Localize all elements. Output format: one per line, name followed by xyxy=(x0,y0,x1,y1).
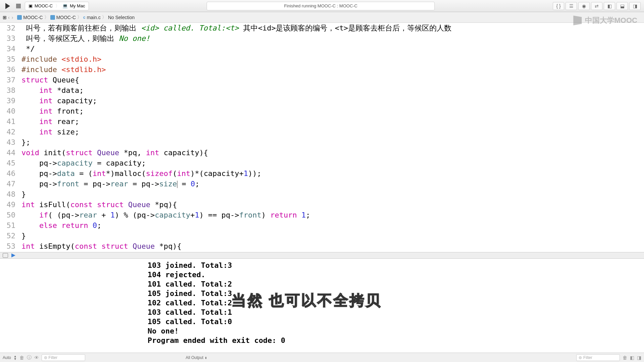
nav-back-icon[interactable]: ‹ xyxy=(8,15,10,20)
left-pane-icon[interactable]: ◧ xyxy=(630,355,634,360)
left-panel-icon[interactable]: ◧ xyxy=(604,2,615,10)
filter-icon: ⊜ xyxy=(44,355,47,360)
scheme-target-label: My Mac xyxy=(70,3,85,8)
breadcrumb-group[interactable]: MOOC-C xyxy=(50,15,76,20)
bottom-bar: Auto ▲▼ 🗑 ⓘ 👁 ⊜ Filter All Output ⬍ ⊜ Fi… xyxy=(0,353,644,362)
scheme-selector[interactable]: ▣ MOOC-C 〉 💻 My Mac xyxy=(25,2,89,10)
library-icon[interactable]: ☰ xyxy=(566,2,577,10)
output-mode-selector[interactable]: All Output ⬍ xyxy=(186,355,207,360)
device-icon: 💻 xyxy=(62,3,68,8)
jump-bar: ⊞ ‹ › MOOC-C 〉 MOOC-C 〉 c main.c 〉 No Se… xyxy=(0,12,644,23)
breakpoints-toggle-icon[interactable] xyxy=(3,253,8,258)
breadcrumb-chevron-icon: 〉 xyxy=(44,14,49,20)
console-text: 103 joined. Total:3104 rejected.101 call… xyxy=(148,261,644,345)
variables-filter[interactable]: ⊜ Filter xyxy=(42,354,85,361)
breadcrumb-label: No Selection xyxy=(108,15,135,20)
breadcrumb-chevron-icon: 〉 xyxy=(77,14,82,20)
filter-icon: ⊜ xyxy=(579,355,582,360)
related-items-icon[interactable]: ⊞ xyxy=(3,15,7,20)
mooc-watermark: 中国大学MOOC xyxy=(574,15,637,25)
stepper-icon: ⬍ xyxy=(205,356,207,360)
scheme-project-label: MOOC-C xyxy=(35,3,53,8)
filter-placeholder: Filter xyxy=(49,355,58,360)
debug-bar xyxy=(0,252,644,259)
auto-label[interactable]: Auto xyxy=(3,355,11,360)
right-pane-icon[interactable]: ◨ xyxy=(637,355,641,360)
bottom-panel-icon[interactable]: ⬓ xyxy=(616,2,628,10)
filter-placeholder: Filter xyxy=(583,355,592,360)
trash-icon[interactable]: 🗑 xyxy=(19,355,24,360)
right-panel-icon[interactable]: ◨ xyxy=(629,2,641,10)
breadcrumb-label: main.c xyxy=(87,15,101,20)
continue-icon[interactable] xyxy=(11,253,15,257)
breadcrumb-label: MOOC-C xyxy=(56,15,76,20)
console-output[interactable]: 103 joined. Total:3104 rejected.101 call… xyxy=(0,259,644,353)
breadcrumb-label: MOOC-C xyxy=(23,15,43,20)
main-toolbar: ▣ MOOC-C 〉 💻 My Mac Finished running MOO… xyxy=(0,0,644,12)
watermark-text: 中国大学MOOC xyxy=(585,15,637,25)
output-mode-label: All Output xyxy=(186,355,204,360)
status-text: Finished running MOOC-C : MOOC-C xyxy=(284,3,358,8)
code-snippets-icon[interactable]: { } xyxy=(553,2,564,10)
breadcrumb-file[interactable]: c main.c xyxy=(83,15,101,20)
c-file-icon: c xyxy=(83,15,86,20)
run-button[interactable] xyxy=(5,3,10,9)
mooc-logo-icon xyxy=(573,15,582,25)
nav-forward-icon[interactable]: › xyxy=(12,15,13,20)
status-bar: Finished running MOOC-C : MOOC-C xyxy=(207,2,435,10)
breadcrumb-symbol[interactable]: No Selection xyxy=(108,15,135,20)
scheme-chevron-icon: 〉 xyxy=(55,3,60,9)
code-editor[interactable]: 3233343536373839404142434445464748495051… xyxy=(0,23,644,252)
target-folder-icon: ▣ xyxy=(29,3,33,8)
video-subtitle: 当然 也可以不全拷贝 xyxy=(231,296,382,305)
trash-icon[interactable]: 🗑 xyxy=(623,355,627,360)
stepper-icon[interactable]: ▲▼ xyxy=(14,355,17,360)
group-folder-icon xyxy=(50,15,55,20)
sync-icon[interactable]: ⇄ xyxy=(591,2,602,10)
breadcrumb-chevron-icon: 〉 xyxy=(102,14,107,20)
review-icon[interactable]: ◉ xyxy=(578,2,590,10)
eye-icon[interactable]: 👁 xyxy=(34,355,39,360)
project-folder-icon xyxy=(17,15,22,20)
stop-button[interactable] xyxy=(16,4,21,8)
info-icon[interactable]: ⓘ xyxy=(27,355,32,361)
console-filter[interactable]: ⊜ Filter xyxy=(576,354,620,361)
code-content[interactable]: 叫号，若有顾客前往柜台，则输出 <id> called. Total:<t> 其… xyxy=(19,23,644,252)
line-gutter: 3233343536373839404142434445464748495051… xyxy=(0,23,19,252)
breadcrumb-project[interactable]: MOOC-C xyxy=(17,15,43,20)
